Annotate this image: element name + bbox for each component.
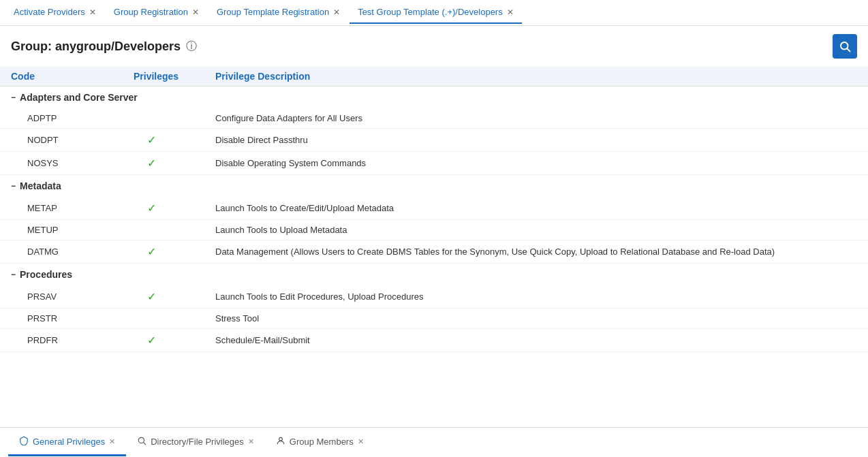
- bottom-tab-general-privileges[interactable]: General Privileges ✕: [8, 429, 126, 456]
- code-metup: METUP: [11, 225, 134, 235]
- bottom-tab-general-privileges-close[interactable]: ✕: [109, 437, 115, 446]
- table-header: Code Privileges Privilege Description: [0, 67, 868, 86]
- code-adptp: ADPTP: [11, 113, 134, 123]
- section-procedures-toggle-icon: −: [11, 270, 16, 279]
- bottom-tab-group-members-close[interactable]: ✕: [358, 437, 364, 446]
- tab-test-group-template-close[interactable]: ✕: [507, 7, 514, 17]
- tab-group-template-registration-label: Group Template Registration: [217, 7, 329, 17]
- search-icon: [839, 40, 851, 52]
- table-row: PRDFR ✓ Schedule/E-Mail/Submit: [0, 329, 868, 352]
- desc-metap: Launch Tools to Create/Edit/Upload Metad…: [215, 203, 857, 213]
- section-procedures[interactable]: − Procedures: [0, 264, 868, 285]
- desc-nosys: Disable Operating System Commands: [215, 158, 857, 168]
- table-row: NOSYS ✓ Disable Operating System Command…: [0, 152, 868, 175]
- tab-group-registration-label: Group Registration: [114, 7, 188, 17]
- table-row: DATMG ✓ Data Management (Allows Users to…: [0, 240, 868, 264]
- table-row: ADPTP Configure Data Adapters for All Us…: [0, 108, 868, 129]
- tab-test-group-template[interactable]: Test Group Template (.+)/Developers ✕: [350, 1, 522, 24]
- column-privilege-description: Privilege Description: [215, 71, 857, 82]
- content-area: Code Privileges Privilege Description − …: [0, 67, 868, 427]
- privilege-prsav: ✓: [134, 290, 215, 303]
- table-row: PRSAV ✓ Launch Tools to Edit Procedures,…: [0, 285, 868, 309]
- desc-prdfr: Schedule/E-Mail/Submit: [215, 335, 857, 345]
- person-icon: [276, 436, 285, 447]
- svg-point-4: [279, 437, 282, 441]
- top-tab-bar: Activate Providers ✕ Group Registration …: [0, 0, 868, 26]
- privilege-metap: ✓: [134, 202, 215, 215]
- desc-metup: Launch Tools to Upload Metadata: [215, 225, 857, 235]
- tab-activate-providers[interactable]: Activate Providers ✕: [5, 1, 104, 24]
- bottom-tab-group-members[interactable]: Group Members ✕: [265, 429, 375, 456]
- tab-group-template-registration-close[interactable]: ✕: [333, 7, 340, 17]
- desc-datmg: Data Management (Allows Users to Create …: [215, 247, 857, 257]
- code-nodpt: NODPT: [11, 135, 134, 145]
- shield-icon: [19, 436, 29, 447]
- folder-icon: [137, 436, 146, 447]
- table-row: METAP ✓ Launch Tools to Create/Edit/Uplo…: [0, 197, 868, 220]
- privilege-nosys: ✓: [134, 157, 215, 170]
- table-row: METUP Launch Tools to Upload Metadata: [0, 220, 868, 240]
- header-left: Group: anygroup/Developers ⓘ: [11, 40, 197, 54]
- privilege-nodpt: ✓: [134, 133, 215, 146]
- svg-line-1: [847, 48, 850, 51]
- section-metadata[interactable]: − Metadata: [0, 175, 868, 197]
- code-nosys: NOSYS: [11, 158, 134, 168]
- tab-test-group-template-label: Test Group Template (.+)/Developers: [358, 7, 503, 17]
- search-button[interactable]: [833, 34, 857, 59]
- page-header: Group: anygroup/Developers ⓘ: [0, 26, 868, 67]
- page-title: Group: anygroup/Developers: [11, 40, 181, 54]
- svg-line-3: [144, 442, 146, 444]
- section-procedures-label: Procedures: [20, 269, 72, 280]
- bottom-tab-directory-file-privileges[interactable]: Directory/File Privileges ✕: [126, 429, 265, 456]
- code-prstr: PRSTR: [11, 313, 134, 324]
- help-icon[interactable]: ⓘ: [186, 40, 197, 54]
- bottom-tab-group-members-label: Group Members: [290, 437, 354, 447]
- table-body[interactable]: − Adapters and Core Server ADPTP Configu…: [0, 86, 868, 427]
- bottom-tab-directory-file-privileges-close[interactable]: ✕: [248, 437, 254, 446]
- section-adapters-label: Adapters and Core Server: [20, 92, 138, 103]
- bottom-tab-general-privileges-label: General Privileges: [33, 437, 105, 447]
- section-metadata-toggle-icon: −: [11, 181, 16, 191]
- section-adapters-toggle-icon: −: [11, 93, 16, 102]
- table-row: PRSTR Stress Tool: [0, 309, 868, 329]
- desc-adptp: Configure Data Adapters for All Users: [215, 113, 857, 123]
- code-datmg: DATMG: [11, 247, 134, 257]
- bottom-tab-directory-file-privileges-label: Directory/File Privileges: [151, 437, 244, 447]
- section-adapters-core-server[interactable]: − Adapters and Core Server: [0, 86, 868, 108]
- column-privileges: Privileges: [134, 71, 215, 82]
- tab-group-registration-close[interactable]: ✕: [192, 7, 199, 17]
- privilege-datmg: ✓: [134, 245, 215, 258]
- privilege-prdfr: ✓: [134, 334, 215, 347]
- tab-activate-providers-label: Activate Providers: [14, 7, 85, 17]
- code-prdfr: PRDFR: [11, 335, 134, 345]
- code-metap: METAP: [11, 203, 134, 213]
- tab-group-template-registration[interactable]: Group Template Registration ✕: [208, 1, 348, 24]
- desc-prstr: Stress Tool: [215, 313, 857, 324]
- table-row: NODPT ✓ Disable Direct Passthru: [0, 129, 868, 152]
- code-prsav: PRSAV: [11, 291, 134, 302]
- section-metadata-label: Metadata: [20, 180, 61, 191]
- tab-activate-providers-close[interactable]: ✕: [89, 7, 96, 17]
- desc-nodpt: Disable Direct Passthru: [215, 135, 857, 145]
- tab-group-registration[interactable]: Group Registration ✕: [106, 1, 207, 24]
- desc-prsav: Launch Tools to Edit Procedures, Upload …: [215, 291, 857, 302]
- bottom-tab-bar: General Privileges ✕ Directory/File Priv…: [0, 427, 868, 457]
- column-code: Code: [11, 71, 134, 82]
